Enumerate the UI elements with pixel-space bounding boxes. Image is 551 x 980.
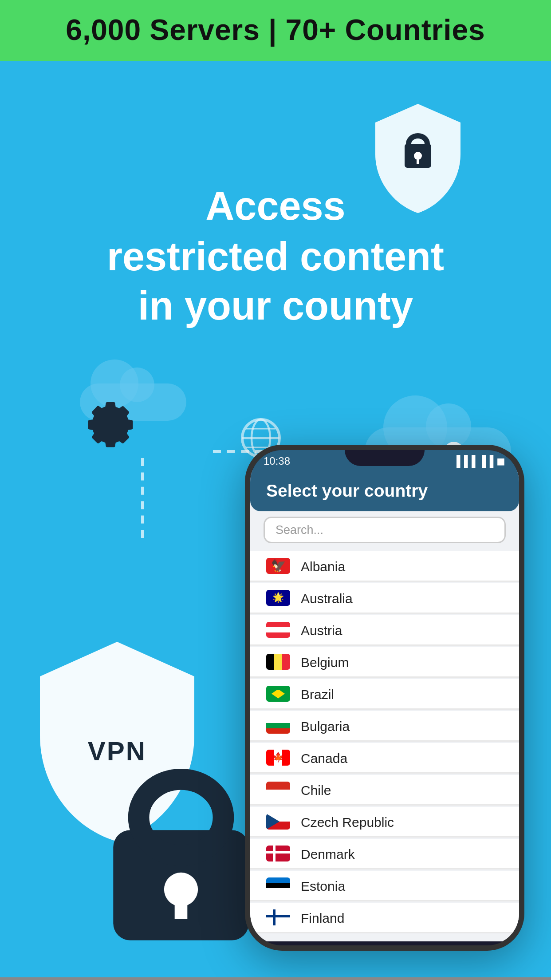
- list-item[interactable]: Czech Republic: [250, 807, 519, 838]
- banner-text: 6,000 Servers | 70+ Countries: [66, 13, 485, 47]
- phone-signals: ▐▐▐ ▐▐ ◼: [453, 455, 506, 467]
- gear-icon: [80, 391, 144, 461]
- flag-canada: 🍁: [266, 750, 290, 766]
- flag-austria: [266, 622, 290, 638]
- country-name: Bulgaria: [301, 719, 350, 733]
- list-item[interactable]: Austria: [250, 615, 519, 646]
- phone-time: 10:38: [264, 455, 290, 467]
- list-item[interactable]: Belgium: [250, 647, 519, 678]
- promo-banner: 6,000 Servers | 70+ Countries: [0, 0, 551, 61]
- headline-line1: Access: [205, 184, 345, 228]
- country-name: Belgium: [301, 655, 349, 669]
- flag-czech: [266, 814, 290, 830]
- search-placeholder: Search...: [276, 523, 323, 537]
- list-item[interactable]: Chile: [250, 775, 519, 806]
- list-item[interactable]: 🦅 Albania: [250, 551, 519, 582]
- country-name: Chile: [301, 782, 331, 797]
- list-item[interactable]: Denmark: [250, 839, 519, 869]
- svg-rect-3: [417, 156, 419, 164]
- dashed-line-v: [141, 458, 144, 538]
- list-item[interactable]: Estonia: [250, 871, 519, 901]
- list-item[interactable]: 🍁 Canada: [250, 743, 519, 774]
- phone-screen: Select your country Search... 🦅 Albania: [250, 470, 519, 941]
- country-name: Australia: [301, 591, 353, 605]
- country-name: Austria: [301, 623, 342, 637]
- phone-search[interactable]: Search...: [264, 517, 506, 543]
- phone-notch: [345, 450, 425, 466]
- vpn-shield: VPN: [24, 631, 210, 844]
- phone-screen-title: Select your country: [250, 470, 519, 511]
- country-name: Denmark: [301, 846, 355, 861]
- list-item[interactable]: Brazil: [250, 679, 519, 710]
- headline-line3: in your county: [138, 284, 413, 328]
- country-name: Canada: [301, 751, 347, 765]
- phone-mockup: 10:38 ▐▐▐ ▐▐ ◼ Select your country Searc…: [245, 445, 524, 951]
- list-item[interactable]: 🌟 Australia: [250, 583, 519, 614]
- flag-estonia: [266, 877, 290, 893]
- country-name: Czech Republic: [301, 814, 394, 829]
- list-item[interactable]: Bulgaria: [250, 711, 519, 742]
- flag-brazil: [266, 686, 290, 702]
- country-name: Albania: [301, 559, 345, 573]
- list-item[interactable]: Finland: [250, 903, 519, 933]
- flag-albania: 🦅: [266, 558, 290, 574]
- flag-denmark: [266, 846, 290, 861]
- flag-belgium: [266, 654, 290, 670]
- headline-line2: restricted content: [107, 234, 444, 278]
- flag-bulgaria: [266, 718, 290, 734]
- country-name: Brazil: [301, 687, 334, 701]
- headline-text: Access restricted content in your county: [0, 181, 551, 331]
- main-content: Access restricted content in your county: [0, 61, 551, 977]
- flag-chile: [266, 782, 290, 798]
- country-name: Finland: [301, 910, 344, 925]
- flag-australia: 🌟: [266, 590, 290, 606]
- country-name: Estonia: [301, 878, 345, 893]
- app-wrapper: 6,000 Servers | 70+ Countries Access res…: [0, 0, 551, 980]
- flag-finland: [266, 909, 290, 925]
- svg-rect-17: [174, 889, 187, 919]
- country-list: 🦅 Albania 🌟 Australia: [250, 549, 519, 937]
